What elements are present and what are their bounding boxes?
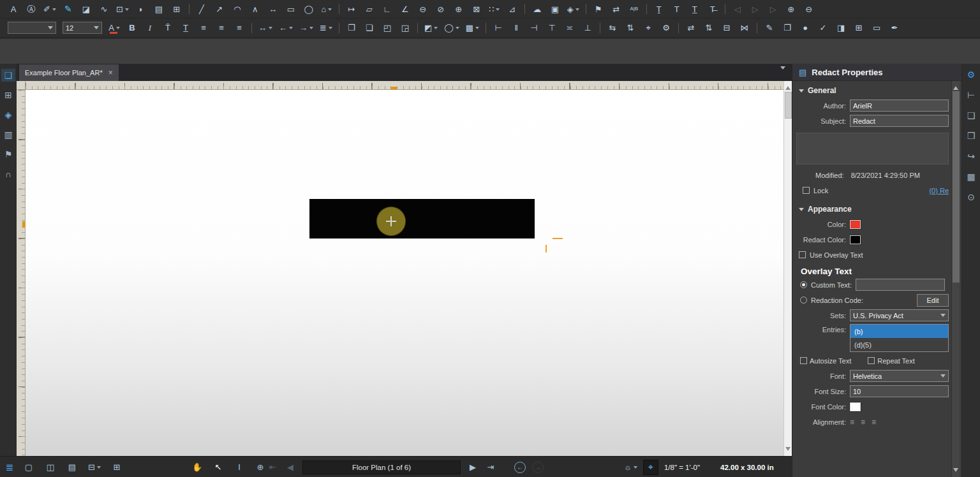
bold-button[interactable]: B [126, 22, 138, 34]
stamp-tool[interactable]: ◈ [567, 3, 579, 15]
link-tool[interactable]: ⇄ [611, 3, 622, 15]
align-middle-objects-button[interactable]: ≍ [564, 22, 575, 34]
scroll-down-icon[interactable] [785, 447, 791, 453]
continuous-view-button[interactable]: ▤ [66, 460, 78, 474]
snapshot-tool[interactable]: ⊡ [116, 3, 129, 15]
properties-panel-tab[interactable]: ⚙ [963, 68, 979, 82]
crop-content-button[interactable]: ⊟ [721, 22, 732, 34]
font-size-input[interactable]: 10 [850, 385, 949, 397]
arrow-style-button[interactable]: ↔ [258, 22, 272, 34]
autosize-text-checkbox[interactable] [800, 357, 807, 364]
last-page-button[interactable]: ⇥ [485, 460, 496, 474]
line-end-style-button[interactable]: → [299, 22, 313, 34]
comment-input[interactable] [796, 133, 949, 165]
toolbar-icon[interactable] [586, 4, 586, 14]
search-panel-tab[interactable]: ⊙ [963, 190, 979, 204]
entry-row[interactable]: (b) [850, 325, 948, 338]
snap-settings-button[interactable]: ⚙ [660, 22, 672, 34]
center-in-page-button[interactable]: ⌖ [642, 22, 654, 34]
text-select-tool-button[interactable]: I [234, 460, 245, 474]
perimeter-measure-tool[interactable]: ∟ [382, 3, 393, 15]
volume-measure-tool[interactable]: ⊠ [471, 3, 482, 15]
toolbar-icon[interactable] [339, 23, 339, 33]
line-color-button[interactable]: ◯ [444, 22, 459, 34]
font-select[interactable]: Helvetica [850, 370, 949, 382]
align-right-button[interactable]: ≡ [234, 22, 245, 34]
polyline-tool[interactable]: ∧ [249, 3, 261, 15]
radius-measure-tool[interactable]: ⊘ [435, 3, 447, 15]
scrollbar-thumb[interactable] [953, 91, 960, 283]
measure-length-tool[interactable]: ↦ [346, 3, 357, 15]
flip-vertical-button[interactable]: ⇅ [703, 22, 715, 34]
font-color-button[interactable]: A [108, 22, 120, 34]
apply-button[interactable]: ✓ [817, 22, 829, 34]
scale-indicator[interactable]: 1/8" = 1'-0" [664, 464, 700, 471]
highlighter-tool[interactable]: ✐ [43, 3, 56, 15]
toolbar-icon[interactable] [757, 23, 757, 33]
distribute-v-button[interactable]: ⇅ [625, 22, 636, 34]
align-right-objects-button[interactable]: ⊣ [528, 22, 540, 34]
custom-text-input[interactable] [856, 279, 945, 291]
flip-horizontal-button[interactable]: ⇄ [685, 22, 697, 34]
toolbar-icon[interactable] [725, 4, 725, 14]
align-center-button[interactable]: ≡ [216, 22, 227, 34]
send-back-button[interactable]: ◲ [399, 22, 411, 34]
fit-width-button[interactable]: ⊞ [853, 22, 865, 34]
area-measure-tool[interactable]: ▱ [364, 3, 375, 15]
polygon-tool[interactable]: ⌂ [321, 3, 332, 15]
scroll-up-icon[interactable] [785, 84, 791, 90]
layers-tab[interactable]: ◈ [1, 108, 15, 121]
previous-page-button[interactable]: ◀ [285, 460, 296, 474]
markups-list-button[interactable]: ≣ [4, 460, 15, 474]
single-page-view-button[interactable]: ▢ [23, 460, 34, 474]
font-size-select[interactable]: 12 [63, 22, 102, 34]
fill-color-button[interactable]: ◩ [424, 22, 438, 34]
revision-cloud-tool[interactable]: ☁ [531, 3, 543, 15]
entries-listbox[interactable]: (b) (d)(5) [850, 324, 949, 352]
line-tool[interactable]: ╱ [196, 3, 207, 15]
close-icon[interactable]: × [108, 68, 113, 77]
slope-tool[interactable]: ⊿ [507, 3, 518, 15]
center-measure-tool[interactable]: ⊕ [453, 3, 464, 15]
media-panel-tab[interactable]: ▦ [963, 170, 979, 184]
overlay-align-center-button[interactable]: ≡ [861, 418, 865, 427]
diameter-measure-tool[interactable]: ⊖ [417, 3, 429, 15]
toolbar-icon[interactable] [417, 23, 418, 33]
arrow-tool[interactable]: ↗ [214, 3, 225, 15]
subject-input[interactable]: Redact [850, 115, 949, 127]
markup-box-tool[interactable]: ▣ [549, 3, 561, 15]
edit-codes-button[interactable]: Edit [917, 294, 949, 307]
eyedropper-tool[interactable]: ◗ [135, 3, 147, 15]
snap-cursor-toggle[interactable]: ⌖ [643, 460, 658, 475]
hatch-pattern-button[interactable]: ▩ [466, 22, 479, 34]
distribute-h-button[interactable]: ⇆ [607, 22, 618, 34]
toolbar-icon[interactable] [486, 23, 486, 33]
overlay-align-left-button[interactable]: ≡ [850, 418, 854, 427]
scroll-up-icon[interactable] [953, 84, 958, 90]
sign-button[interactable]: ✒ [889, 22, 900, 34]
previous-view-button[interactable]: ← [514, 462, 526, 473]
group-button[interactable]: ❐ [346, 22, 357, 34]
toolbar-icon[interactable] [339, 4, 339, 14]
align-top-objects-button[interactable]: ⊤ [546, 22, 558, 34]
crop-tool[interactable]: ⊞ [171, 3, 182, 15]
align-center-objects-button[interactable]: ‖ [510, 22, 522, 34]
select-tool-button[interactable]: ↖ [212, 460, 224, 474]
edit-content-button[interactable]: ✎ [764, 22, 775, 34]
eraser-tool[interactable]: ◪ [80, 3, 92, 15]
lock-checkbox[interactable] [803, 187, 810, 194]
font-family-select[interactable] [8, 22, 56, 34]
ungroup-button[interactable]: ❏ [364, 22, 375, 34]
toolbar-icon[interactable] [189, 4, 189, 14]
strikethrough-text-tool[interactable]: T̶ [707, 3, 718, 15]
panel-scrollbar[interactable] [951, 81, 960, 477]
color-swatch[interactable] [850, 220, 861, 229]
italic-button[interactable]: I [144, 22, 156, 34]
redaction-code-radio[interactable] [800, 297, 807, 304]
underline-text-tool[interactable]: T̲ [689, 3, 701, 15]
label-tool[interactable]: A|B [628, 3, 640, 15]
dimension-tool[interactable]: ↔ [267, 3, 279, 15]
zoom-in-tool[interactable]: ⊕ [785, 3, 797, 15]
toolbar-icon[interactable] [524, 4, 525, 14]
next-page-button[interactable]: ▶ [467, 460, 479, 474]
